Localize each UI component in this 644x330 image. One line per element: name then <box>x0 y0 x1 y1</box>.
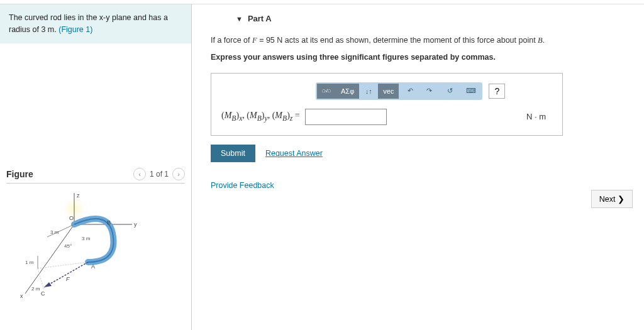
help-button[interactable]: ? <box>489 84 505 99</box>
submit-row: Submit Request Answer <box>211 145 625 162</box>
instruction-text: Express your answers using three signifi… <box>211 53 625 62</box>
figure-nav: ‹ 1 of 1 › <box>133 168 185 180</box>
q-eq: = 95 <box>257 36 277 45</box>
point-c-label: C <box>41 290 45 297</box>
provide-feedback-link[interactable]: Provide Feedback <box>211 181 274 190</box>
dim-1m: 1 m <box>25 260 34 265</box>
templates-button[interactable]: □√□ <box>317 84 336 99</box>
vec-button[interactable]: vec <box>378 84 399 99</box>
figure-header: Figure ‹ 1 of 1 › <box>6 168 185 184</box>
part-title: Part A <box>248 14 272 23</box>
intro-unit: m <box>48 25 54 34</box>
figure-next-button[interactable]: › <box>172 168 185 180</box>
dim-2m: 2 m <box>31 286 40 292</box>
figure-prev-button[interactable]: ‹ <box>133 168 146 180</box>
q-var-f: F <box>252 36 257 45</box>
figure-link[interactable]: (Figure 1) <box>58 25 92 34</box>
subscript-button[interactable]: ↓↑ <box>359 84 378 99</box>
question-text: If a force of F = 95 N acts at its end a… <box>211 35 625 47</box>
q-seg-3: . <box>543 36 545 45</box>
answer-box: □√□ ΑΣφ ↓↑ vec ↶ ↷ ↺ ⌨ ? (MB)x, (MB)y, (… <box>211 73 563 136</box>
right-column: ▼ Part A If a force of F = 95 N acts at … <box>192 4 644 330</box>
q-point-b: B <box>538 36 543 45</box>
origin-label: O <box>69 215 74 221</box>
left-column: The curved rod lies in the x-y plane and… <box>0 4 192 330</box>
q-unit-n: N <box>277 36 282 45</box>
figure-section: Figure ‹ 1 of 1 › z <box>0 163 191 308</box>
svg-marker-7 <box>44 282 52 287</box>
q-seg-1: If a force of <box>211 36 252 45</box>
collapse-icon: ▼ <box>236 15 243 23</box>
dim-3m-top: 3 m <box>50 229 59 235</box>
equation-toolbar: □√□ ΑΣφ ↓↑ vec ↶ ↷ ↺ ⌨ ? <box>316 82 552 100</box>
keyboard-button[interactable]: ⌨ <box>461 84 481 99</box>
force-label: F <box>66 276 70 282</box>
dim-45: 45° <box>64 243 72 249</box>
redo-button[interactable]: ↷ <box>419 84 438 99</box>
figure-diagram: z y x O B A 3 m 3 m 45° 1 m <box>6 190 151 303</box>
axis-x-label: x <box>20 293 23 299</box>
figure-title: Figure <box>6 169 33 179</box>
point-b-label: B <box>107 219 111 226</box>
next-button[interactable]: Next ❯ <box>591 190 633 208</box>
answer-label: (MB)x, (MB)y, (MB)z = <box>221 111 300 123</box>
dim-3m-arc: 3 m <box>82 236 91 241</box>
point-a-label: A <box>91 263 95 270</box>
q-seg-2: acts at its end as shown, determine the … <box>282 36 538 45</box>
tool-group-main: □√□ ΑΣφ ↓↑ vec ↶ ↷ ↺ ⌨ <box>316 82 482 100</box>
axis-y-label: y <box>134 221 137 228</box>
answer-unit: N · m <box>526 112 546 121</box>
intro-box: The curved rod lies in the x-y plane and… <box>0 4 191 43</box>
answer-row: (MB)x, (MB)y, (MB)z = N · m <box>221 109 552 125</box>
greek-button[interactable]: ΑΣφ <box>336 84 359 99</box>
undo-button[interactable]: ↶ <box>401 84 419 99</box>
submit-button[interactable]: Submit <box>211 145 255 162</box>
part-header[interactable]: ▼ Part A <box>236 14 625 23</box>
svg-line-6 <box>44 262 88 287</box>
reset-button[interactable]: ↺ <box>440 84 459 99</box>
axis-z-label: z <box>77 192 80 199</box>
figure-counter: 1 of 1 <box>150 170 169 179</box>
answer-input[interactable] <box>305 109 387 125</box>
request-answer-link[interactable]: Request Answer <box>265 149 323 158</box>
